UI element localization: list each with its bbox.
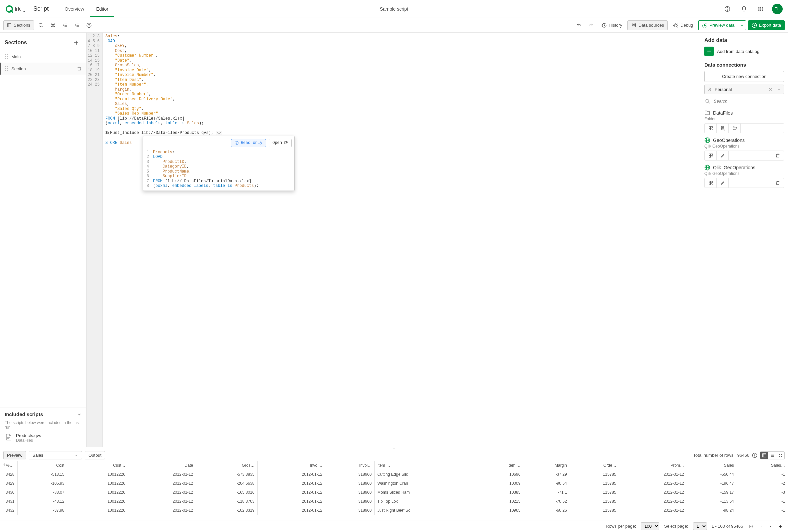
- col-header[interactable]: Date: [128, 461, 196, 470]
- cell: 2012-01-12: [619, 470, 687, 479]
- page-select[interactable]: 1: [693, 522, 707, 530]
- select-data-icon[interactable]: [705, 151, 717, 160]
- section-item-section[interactable]: Section: [0, 63, 86, 75]
- help-icon[interactable]: [722, 4, 733, 14]
- read-only-badge: Read only: [231, 139, 266, 147]
- col-header[interactable]: Invoi…: [325, 461, 374, 470]
- info-icon[interactable]: [752, 453, 757, 458]
- comment-icon[interactable]: [48, 20, 58, 30]
- cell: -71.1: [523, 488, 570, 497]
- svg-text:lik: lik: [14, 6, 21, 12]
- preview-dropdown-button[interactable]: [738, 20, 746, 30]
- data-sources-button[interactable]: Data sources: [627, 20, 668, 30]
- table-row[interactable]: 3429-105.93100122262012-01-12-204.663820…: [0, 479, 788, 488]
- add-section-button[interactable]: [71, 37, 82, 48]
- select-data-icon[interactable]: [705, 124, 717, 133]
- open-folder-icon[interactable]: [729, 124, 741, 133]
- sections-title: Sections: [5, 40, 71, 46]
- col-header[interactable]: Orde…: [570, 461, 619, 470]
- add-from-catalog-button[interactable]: + Add from data catalog: [704, 47, 784, 56]
- col-header[interactable]: Item …: [475, 461, 523, 470]
- clear-icon[interactable]: ✕: [769, 87, 772, 92]
- open-button[interactable]: Open: [269, 139, 292, 147]
- table-row[interactable]: 3430-88.07100122262012-01-12-165.8016201…: [0, 488, 788, 497]
- included-item[interactable]: Products.qvs DataFiles: [5, 433, 82, 443]
- select-data-icon[interactable]: [705, 178, 717, 187]
- avatar[interactable]: TL: [772, 4, 783, 14]
- col-header[interactable]: Cost: [17, 461, 67, 470]
- connection-datafiles: DataFiles Folder: [704, 107, 784, 135]
- last-page-icon[interactable]: ⏭: [777, 524, 784, 529]
- editor[interactable]: 1 2 3 4 5 6 7 8 9 10 11 12 13 14 15 16 1…: [87, 33, 700, 447]
- table-row[interactable]: 3432-37.98100122262012-01-12-102.3319201…: [0, 506, 788, 515]
- prev-page-icon[interactable]: ‹: [759, 524, 763, 529]
- col-header[interactable]: Sales…: [737, 461, 788, 470]
- rows-per-page-select[interactable]: 100: [641, 522, 659, 530]
- view-grid-icon[interactable]: [776, 452, 784, 459]
- delete-icon[interactable]: [772, 151, 784, 160]
- sort-indicator[interactable]: %KEY: [0, 461, 17, 470]
- col-header[interactable]: Margin: [523, 461, 570, 470]
- next-page-icon[interactable]: ›: [768, 524, 772, 529]
- search-input[interactable]: [713, 98, 783, 104]
- svg-point-49: [5, 66, 6, 67]
- search-row: [704, 96, 784, 107]
- chevron-down-icon[interactable]: [77, 412, 82, 417]
- cell: Moms Sliced Ham: [374, 488, 475, 497]
- delete-icon[interactable]: [772, 178, 784, 187]
- bell-icon[interactable]: [739, 4, 749, 14]
- data-connections-title: Data connections: [704, 62, 784, 68]
- redo-icon[interactable]: [586, 20, 596, 30]
- export-data-button[interactable]: Export data: [748, 20, 785, 30]
- connection-name: GeoOperations: [713, 138, 745, 143]
- cell: -37.29: [523, 470, 570, 479]
- logo[interactable]: lik: [5, 4, 25, 14]
- apps-icon[interactable]: [755, 4, 766, 14]
- cell: 10385: [475, 488, 523, 497]
- first-page-icon[interactable]: ⏮: [748, 524, 755, 529]
- section-item-main[interactable]: Main: [0, 50, 86, 63]
- table-row[interactable]: 3428-513.15100122262012-01-12-573.383520…: [0, 470, 788, 479]
- search-icon[interactable]: [36, 20, 46, 30]
- data-grid[interactable]: %KEYCostCust…DateGros…Invoi…Invoi…Item ……: [0, 461, 788, 520]
- svg-point-48: [7, 58, 8, 59]
- resize-handle[interactable]: ═: [0, 447, 788, 450]
- connection-actions: [704, 123, 784, 133]
- preview-data-button[interactable]: Preview data: [698, 20, 738, 30]
- cell: 318960: [325, 497, 374, 506]
- sections-button[interactable]: Sections: [3, 20, 34, 30]
- delete-icon[interactable]: [77, 66, 82, 71]
- svg-marker-40: [754, 24, 755, 26]
- table-select[interactable]: Sales: [29, 451, 82, 459]
- col-header[interactable]: Cust…: [67, 461, 128, 470]
- output-button[interactable]: Output: [85, 451, 105, 459]
- view-list-icon[interactable]: [768, 452, 776, 459]
- edit-icon[interactable]: [717, 151, 729, 160]
- tab-overview[interactable]: Overview: [59, 1, 90, 17]
- indent-icon[interactable]: [60, 20, 70, 30]
- help2-icon[interactable]: [84, 20, 94, 30]
- space-selector[interactable]: Personal ✕: [704, 85, 784, 94]
- tab-editor[interactable]: Editor: [90, 1, 114, 17]
- col-header[interactable]: Invoi…: [257, 461, 325, 470]
- preview-button[interactable]: Preview: [3, 451, 26, 459]
- col-header[interactable]: Prom…: [619, 461, 687, 470]
- table-row[interactable]: 3431-43.12100122262012-01-12-118.3703201…: [0, 497, 788, 506]
- debug-button[interactable]: Debug: [670, 20, 696, 30]
- chevron-down-icon[interactable]: [777, 88, 781, 91]
- col-header[interactable]: Item …: [374, 461, 475, 470]
- insert-script-icon[interactable]: [717, 124, 729, 133]
- svg-line-77: [711, 156, 713, 157]
- outdent-icon[interactable]: [72, 20, 82, 30]
- undo-icon[interactable]: [574, 20, 584, 30]
- view-table-icon[interactable]: [760, 452, 768, 459]
- col-header[interactable]: Gros…: [196, 461, 257, 470]
- bottom-panel: ═ Preview Sales Output Total number of r…: [0, 447, 788, 532]
- history-button[interactable]: History: [598, 20, 625, 30]
- search-icon[interactable]: [705, 99, 710, 104]
- cell: 10012226: [67, 488, 128, 497]
- create-connection-button[interactable]: Create new connection: [704, 71, 784, 82]
- edit-icon[interactable]: [717, 178, 729, 187]
- col-header[interactable]: Sales: [687, 461, 737, 470]
- code[interactable]: Sales: LOAD %KEY, Cost, "Customer Number…: [103, 33, 700, 447]
